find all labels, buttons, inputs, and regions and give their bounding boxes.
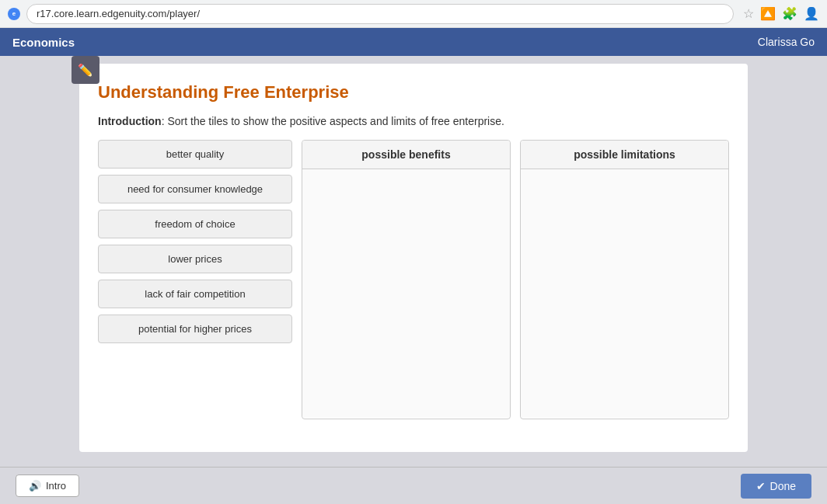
card-instruction: Introduction: Sort the tiles to show the… — [98, 115, 729, 127]
instruction-label: Introduction — [98, 115, 162, 127]
bottom-bar: 🔊 Intro ✔ Done — [0, 467, 827, 504]
tile-tile-4[interactable]: lower prices — [98, 245, 292, 273]
content-card: ✏️ Understanding Free Enterprise Introdu… — [79, 64, 748, 452]
intro-label: Intro — [46, 480, 66, 492]
instruction-text: : Sort the tiles to show the positive as… — [162, 115, 504, 127]
extension-icon[interactable]: 🧩 — [782, 6, 797, 21]
intro-button[interactable]: 🔊 Intro — [16, 474, 79, 497]
subject-title: Economics — [12, 36, 75, 49]
tile-tile-1[interactable]: better quality — [98, 140, 292, 169]
benefits-header: possible benefits — [302, 141, 510, 169]
browser-bar: e r17.core.learn.edgenuity.com/player/ ☆… — [0, 0, 827, 28]
limitations-body[interactable] — [521, 169, 728, 418]
tiles-column: better qualityneed for consumer knowledg… — [98, 140, 292, 419]
done-label: Done — [770, 480, 796, 492]
check-icon: ✔ — [756, 480, 766, 492]
upload-icon[interactable]: 🔼 — [760, 6, 776, 21]
drop-zones: possible benefits possible limitations — [302, 140, 729, 419]
possible-benefits-zone[interactable]: possible benefits — [302, 140, 511, 419]
tile-tile-2[interactable]: need for consumer knowledge — [98, 175, 292, 203]
possible-limitations-zone[interactable]: possible limitations — [520, 140, 729, 419]
star-icon[interactable]: ☆ — [743, 6, 754, 21]
sort-area: better qualityneed for consumer knowledg… — [98, 140, 729, 419]
limitations-header: possible limitations — [521, 141, 728, 169]
app-header: Economics Clarissa Go — [0, 28, 827, 56]
url-text: r17.core.learn.edgenuity.com/player/ — [37, 8, 200, 19]
speaker-icon: 🔊 — [29, 480, 41, 492]
browser-icons: 🔼 🧩 👤 — [760, 6, 819, 21]
tile-tile-5[interactable]: lack of fair competition — [98, 280, 292, 308]
browser-favicon: e — [8, 8, 20, 20]
done-button[interactable]: ✔ Done — [741, 474, 811, 499]
edit-icon: ✏️ — [72, 56, 99, 84]
tile-tile-6[interactable]: potential for higher prices — [98, 315, 292, 343]
benefits-body[interactable] — [302, 169, 510, 418]
browser-url[interactable]: r17.core.learn.edgenuity.com/player/ — [26, 4, 734, 24]
user-name: Clarissa Go — [758, 36, 815, 48]
main-content: ✏️ Understanding Free Enterprise Introdu… — [0, 56, 827, 467]
tile-tile-3[interactable]: freedom of choice — [98, 210, 292, 238]
card-title: Understanding Free Enterprise — [98, 82, 729, 103]
profile-icon[interactable]: 👤 — [804, 6, 819, 21]
